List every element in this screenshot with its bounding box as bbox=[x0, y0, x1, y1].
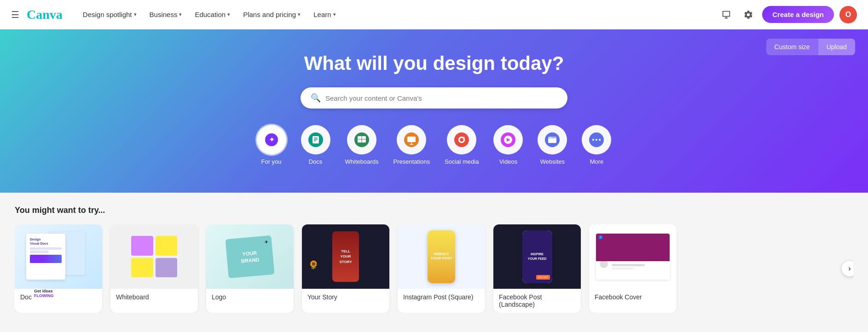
category-videos[interactable]: Videos bbox=[493, 125, 523, 165]
svg-text:✦: ✦ bbox=[268, 136, 274, 143]
card-facebook-cover-image: f bbox=[589, 224, 677, 289]
nav-learn[interactable]: Learn ▾ bbox=[308, 7, 341, 22]
card-facebook-post-label: Facebook Post (Landscape) bbox=[493, 289, 581, 313]
cards-row: DesignVisual Docs Doc bbox=[15, 224, 853, 313]
nav-plans-pricing[interactable]: Plans and pricing ▾ bbox=[237, 7, 306, 22]
chevron-down-icon: ▾ bbox=[333, 11, 336, 17]
card-logo-label: Logo bbox=[206, 289, 294, 305]
suggestions-title: You might want to try... bbox=[15, 206, 853, 215]
whiteboards-icon bbox=[347, 125, 376, 155]
search-input[interactable] bbox=[325, 94, 557, 102]
chevron-down-icon: ▾ bbox=[227, 11, 230, 17]
card-doc[interactable]: DesignVisual Docs Doc bbox=[15, 224, 102, 313]
create-design-button[interactable]: Create a design bbox=[762, 6, 834, 23]
hero-title: What will you design today? bbox=[304, 52, 564, 74]
svg-point-28 bbox=[599, 139, 601, 141]
card-story-image: TELLYOURSTORY bbox=[302, 224, 389, 289]
presentations-icon bbox=[397, 125, 426, 155]
svg-rect-12 bbox=[407, 137, 416, 142]
websites-icon bbox=[538, 125, 567, 155]
category-social-media[interactable]: Social media bbox=[445, 125, 479, 165]
category-presentations[interactable]: Presentations bbox=[393, 125, 430, 165]
hamburger-menu[interactable]: ☰ bbox=[11, 9, 19, 20]
canva-logo[interactable]: Canva bbox=[27, 7, 63, 22]
videos-icon bbox=[493, 125, 523, 155]
suggestions-section: You might want to try... DesignVisual Do… bbox=[0, 193, 868, 326]
category-docs[interactable]: Docs bbox=[301, 125, 330, 165]
svg-point-27 bbox=[596, 139, 597, 141]
svg-point-23 bbox=[549, 137, 550, 138]
card-facebook-post-image: INSPIREYOUR FEED 60% OFF bbox=[493, 224, 581, 289]
nav-design-spotlight[interactable]: Design spotlight ▾ bbox=[77, 7, 142, 22]
nav-business[interactable]: Business ▾ bbox=[144, 7, 188, 22]
card-facebook-cover-label: Facebook Cover bbox=[589, 289, 677, 305]
settings-icon[interactable] bbox=[740, 6, 757, 23]
card-whiteboard-image: 🌻 Get ideasFLOWING bbox=[110, 224, 198, 289]
category-more[interactable]: More bbox=[582, 125, 611, 165]
custom-size-button[interactable]: Custom size bbox=[766, 39, 818, 55]
upload-button[interactable]: Upload bbox=[818, 39, 855, 55]
card-instagram[interactable]: PERFECTYOUR POST Instagram Post (Square) bbox=[398, 224, 485, 313]
chevron-down-icon: ▾ bbox=[298, 11, 301, 17]
hero-action-buttons: Custom size Upload bbox=[766, 39, 855, 55]
navbar: ☰ Canva Design spotlight ▾ Business ▾ Ed… bbox=[0, 0, 868, 29]
social-media-icon bbox=[447, 125, 476, 155]
card-story-label: Your Story bbox=[302, 289, 389, 305]
svg-point-26 bbox=[592, 139, 594, 141]
card-facebook-cover[interactable]: f Facebook Cover bbox=[589, 224, 677, 313]
avatar[interactable]: O bbox=[839, 6, 857, 23]
search-bar[interactable]: 🔍 bbox=[301, 87, 567, 109]
card-whiteboard[interactable]: 🌻 Get ideasFLOWING Whiteboard bbox=[110, 224, 198, 313]
category-websites[interactable]: Websites bbox=[538, 125, 567, 165]
card-doc-image: DesignVisual Docs bbox=[15, 224, 102, 289]
chevron-down-icon: ▾ bbox=[179, 11, 182, 17]
hero-banner: Custom size Upload What will you design … bbox=[0, 29, 868, 193]
card-instagram-image: PERFECTYOUR POST bbox=[398, 224, 485, 289]
more-icon bbox=[582, 125, 611, 155]
navbar-links: Design spotlight ▾ Business ▾ Education … bbox=[77, 7, 718, 22]
svg-rect-3 bbox=[312, 136, 319, 143]
svg-point-24 bbox=[550, 137, 551, 138]
search-icon: 🔍 bbox=[311, 93, 321, 103]
category-for-you[interactable]: ✦ For you bbox=[257, 125, 286, 165]
category-row: ✦ For you Docs Whiteboards Presentations bbox=[257, 125, 612, 165]
cards-next-button[interactable]: › bbox=[841, 260, 853, 277]
card-whiteboard-label: Whiteboard bbox=[110, 289, 198, 305]
nav-education[interactable]: Education ▾ bbox=[189, 7, 236, 22]
card-instagram-label: Instagram Post (Square) bbox=[398, 289, 485, 305]
card-doc-label: Doc bbox=[15, 289, 102, 305]
for-you-icon: ✦ bbox=[257, 125, 286, 155]
card-logo[interactable]: YOURBRAND ✈ Logo bbox=[206, 224, 294, 313]
card-logo-image: YOURBRAND ✈ bbox=[206, 224, 294, 289]
svg-point-16 bbox=[463, 137, 465, 138]
category-whiteboards[interactable]: Whiteboards bbox=[345, 125, 379, 165]
chevron-down-icon: ▾ bbox=[134, 11, 137, 17]
card-facebook-post[interactable]: INSPIREYOUR FEED 60% OFF Facebook Post (… bbox=[493, 224, 581, 313]
monitor-icon[interactable] bbox=[718, 6, 735, 23]
navbar-right: Create a design O bbox=[718, 6, 857, 23]
docs-icon bbox=[301, 125, 330, 155]
